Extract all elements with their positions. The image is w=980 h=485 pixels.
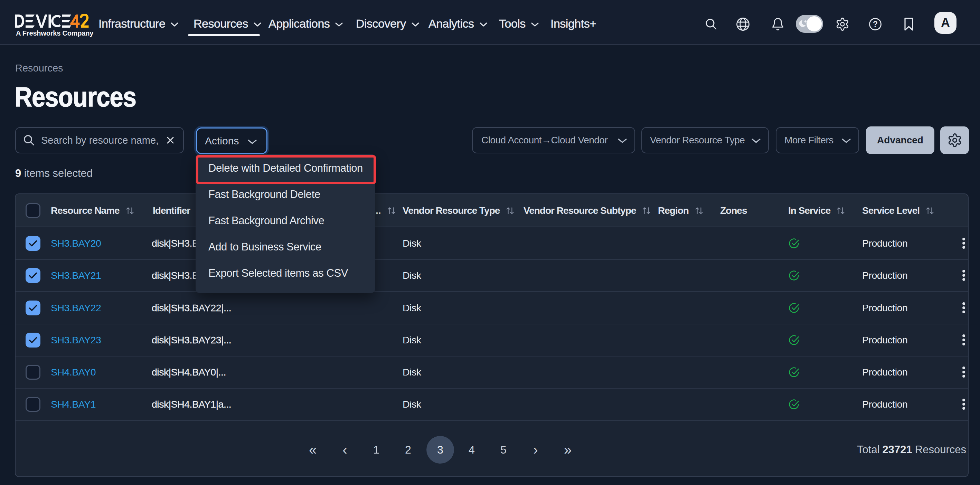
- svg-text:?: ?: [873, 20, 878, 29]
